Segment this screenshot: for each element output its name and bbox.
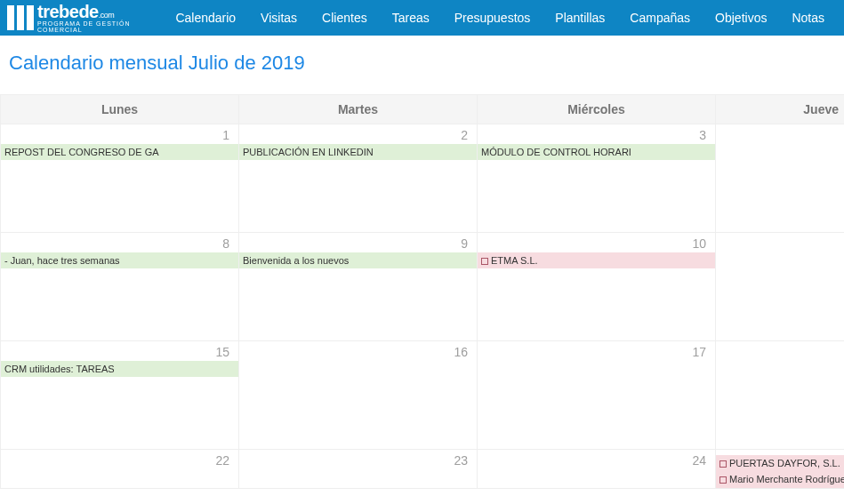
calendar-cell[interactable]: 3MÓDULO DE CONTROL HORARI [478, 124, 716, 233]
nav-calendario[interactable]: Calendario [163, 2, 248, 34]
calendar-cell[interactable] [716, 341, 845, 450]
nav-visitas[interactable]: Visitas [248, 2, 309, 34]
day-number: 23 [239, 450, 477, 469]
calendar-event[interactable]: REPOST DEL CONGRESO DE GA [1, 144, 238, 160]
page-title: Calendario mensual Julio de 2019 [9, 52, 835, 75]
event-text: CRM utilidades: TAREAS [4, 364, 115, 374]
nav-clientes[interactable]: Clientes [309, 2, 380, 34]
header-martes: Martes [239, 95, 478, 124]
header-lunes: Lunes [1, 95, 239, 124]
logo-brand: trebede.com [37, 3, 145, 20]
calendar-cell[interactable]: 9Bienvenida a los nuevos [239, 233, 478, 341]
calendar-event[interactable]: ETMA S.L. [478, 252, 715, 268]
day-number: 9 [239, 233, 477, 252]
nav-plantillas[interactable]: Plantillas [543, 2, 617, 34]
nav-presupuestos[interactable]: Presupuestos [442, 2, 543, 34]
calendar-event[interactable]: Mario Merchante Rodríguez [716, 471, 844, 487]
calendar-event[interactable]: - Juan, hace tres semanas [1, 252, 238, 268]
event-text: Mario Merchante Rodríguez [729, 474, 844, 484]
day-number [716, 124, 844, 130]
calendar-event[interactable]: CRM utilidades: TAREAS [1, 361, 238, 377]
nav-campanas[interactable]: Campañas [617, 2, 703, 34]
calendar-cell[interactable]: 2PUBLICACIÓN EN LINKEDIN [239, 124, 478, 233]
day-number: 22 [1, 450, 238, 469]
calendar-cell[interactable] [716, 233, 845, 341]
checkbox-icon [719, 460, 727, 468]
nav-tareas[interactable]: Tareas [380, 2, 442, 34]
calendar-cell[interactable]: 16 [239, 341, 478, 450]
calendar-cell[interactable] [716, 124, 845, 233]
checkbox-icon [719, 476, 727, 484]
day-number [716, 233, 844, 238]
logo[interactable]: trebede.com PROGRAMA DE GESTIÓN COMERCIA… [7, 3, 145, 33]
logo-subtitle: PROGRAMA DE GESTIÓN COMERCIAL [37, 20, 145, 33]
nav-objetivos[interactable]: Objetivos [703, 2, 779, 34]
calendar-cell[interactable]: 17 [478, 341, 716, 450]
header-jueves: Jueve [716, 95, 845, 124]
day-number: 2 [239, 124, 477, 144]
day-number: 17 [478, 341, 715, 361]
logo-bars-icon [7, 5, 34, 30]
header-miercoles: Miércoles [478, 95, 716, 124]
nav-notas[interactable]: Notas [779, 2, 837, 34]
calendar-cell[interactable]: 24 [478, 450, 716, 489]
calendar-event[interactable]: PUERTAS DAYFOR, S.L. [716, 455, 844, 471]
event-text: Bienvenida a los nuevos [243, 255, 349, 266]
event-text: PUERTAS DAYFOR, S.L. [729, 458, 840, 468]
event-text: REPOST DEL CONGRESO DE GA [4, 147, 159, 157]
calendar-event[interactable]: MÓDULO DE CONTROL HORARI [478, 144, 715, 160]
day-number: 1 [1, 124, 238, 144]
calendar-grid: Lunes Martes Miércoles Jueve 1REPOST DEL… [0, 94, 844, 489]
calendar-cell[interactable]: 22 [1, 450, 239, 489]
checkbox-icon [481, 258, 488, 265]
day-number: 3 [478, 124, 715, 144]
navbar: trebede.com PROGRAMA DE GESTIÓN COMERCIA… [0, 0, 844, 36]
nav-items: Calendario Visitas Clientes Tareas Presu… [163, 2, 837, 34]
day-number: 16 [239, 341, 477, 361]
calendar-cell[interactable]: 10ETMA S.L. [478, 233, 716, 341]
event-text: MÓDULO DE CONTROL HORARI [481, 147, 631, 157]
calendar-cell[interactable]: 23 [239, 450, 478, 489]
event-text: ETMA S.L. [491, 255, 538, 266]
calendar-cell[interactable]: 1REPOST DEL CONGRESO DE GA [1, 124, 239, 233]
day-number: 15 [1, 341, 238, 361]
calendar-cell[interactable]: 8- Juan, hace tres semanas [1, 233, 239, 341]
calendar-event[interactable]: PUBLICACIÓN EN LINKEDIN [239, 144, 477, 160]
day-number: 24 [478, 450, 715, 469]
day-number: 8 [1, 233, 238, 252]
title-row: Calendario mensual Julio de 2019 [0, 36, 844, 94]
calendar-cell[interactable]: PUERTAS DAYFOR, S.L.Mario Merchante Rodr… [716, 450, 845, 489]
day-number: 10 [478, 233, 715, 252]
calendar-cell[interactable]: 15CRM utilidades: TAREAS [1, 341, 239, 450]
day-number [716, 341, 844, 347]
event-text: PUBLICACIÓN EN LINKEDIN [243, 147, 374, 157]
event-text: - Juan, hace tres semanas [4, 255, 120, 266]
calendar-event[interactable]: Bienvenida a los nuevos [239, 252, 477, 268]
